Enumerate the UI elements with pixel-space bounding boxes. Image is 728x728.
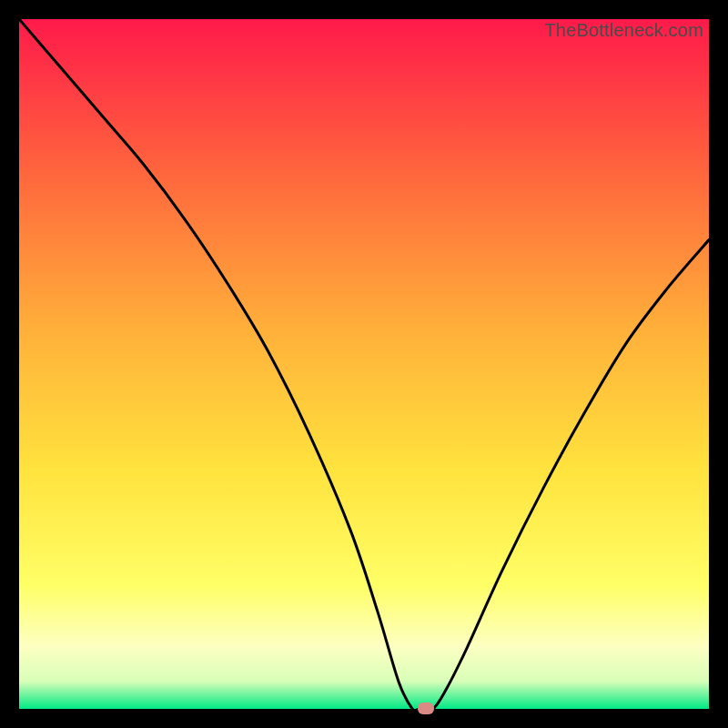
gradient-background bbox=[19, 19, 709, 709]
bottleneck-chart bbox=[19, 19, 709, 709]
chart-frame: TheBottleneck.com bbox=[19, 19, 709, 709]
optimal-point-marker bbox=[418, 703, 434, 714]
watermark-text: TheBottleneck.com bbox=[544, 20, 703, 41]
